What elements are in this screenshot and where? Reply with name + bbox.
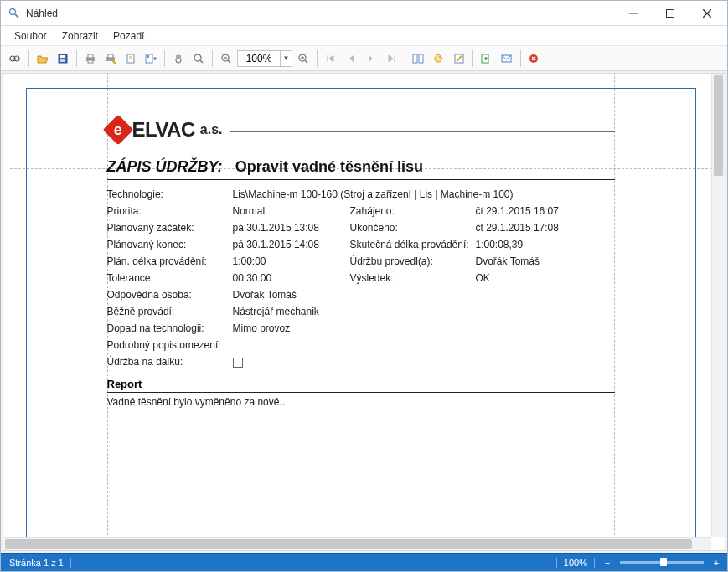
page-layout-icon[interactable] <box>142 49 160 68</box>
bezne-label: Běžně provádí: <box>107 306 233 317</box>
technologie-value: Lis\Machine-m 100-160 (Stroj a zařízení … <box>233 188 610 200</box>
svg-rect-3 <box>667 9 674 17</box>
zoom-slider-handle[interactable] <box>660 558 667 566</box>
svg-point-32 <box>439 56 441 58</box>
email-icon[interactable] <box>498 49 516 68</box>
logo-diamond-icon: e <box>102 115 133 146</box>
toolbar: ▼ <box>1 46 727 71</box>
open-icon[interactable] <box>34 49 52 68</box>
quick-print-icon[interactable] <box>101 49 120 68</box>
dalku-value <box>233 356 350 368</box>
bezne-value: Nástrojář mechanik <box>233 306 350 317</box>
maximize-button[interactable] <box>652 2 689 25</box>
report-body: Vadné těsnění bylo vyměněno za nové.. <box>107 396 615 408</box>
close-preview-icon[interactable] <box>525 49 544 68</box>
menubar: Soubor Zobrazit Pozadí <box>1 26 727 46</box>
popis-label: Podrobný popis omezení: <box>107 339 233 351</box>
minimize-button[interactable] <box>615 2 652 25</box>
svg-rect-15 <box>108 54 113 58</box>
close-button[interactable] <box>689 2 725 25</box>
odpovedna-label: Odpovědná osoba: <box>107 289 233 301</box>
magnifier-icon[interactable] <box>189 49 208 68</box>
vysledek-label: Výsledek: <box>350 272 476 284</box>
odpovedna-value: Dvořák Tomáš <box>233 289 350 301</box>
horizontal-scrollbar[interactable] <box>3 537 711 550</box>
logo-row: e ELVAC a.s. <box>107 118 615 142</box>
dalku-label: Údržba na dálku: <box>107 356 233 368</box>
ukonceno-label: Ukončeno: <box>350 222 476 234</box>
hscroll-thumb[interactable] <box>5 539 692 549</box>
watermark-icon[interactable] <box>450 49 468 68</box>
zoom-slider[interactable] <box>620 561 704 564</box>
vertical-scrollbar[interactable] <box>711 74 725 537</box>
svg-rect-13 <box>88 60 93 63</box>
next-page-icon[interactable] <box>362 49 380 68</box>
plan-zacatek-value: pá 30.1.2015 13:08 <box>233 222 350 234</box>
window-title: Náhled <box>26 8 615 19</box>
status-zoom: 100% <box>556 558 595 568</box>
svg-line-25 <box>228 60 230 63</box>
skut-delka-label: Skutečná délka provádění: <box>350 239 476 250</box>
export-icon[interactable] <box>478 49 496 68</box>
prev-page-icon[interactable] <box>342 49 360 68</box>
plan-konec-label: Plánovaný konec: <box>107 239 233 250</box>
zoom-dropdown-arrow[interactable]: ▼ <box>280 51 292 66</box>
zoom-out-icon[interactable] <box>217 49 235 68</box>
statusbar: Stránka 1 z 1 100% − + <box>1 553 727 571</box>
zoom-combobox[interactable]: ▼ <box>237 50 292 67</box>
save-icon[interactable] <box>54 49 72 68</box>
title-prefix: ZÁPIS ÚDRŽBY: <box>107 158 223 175</box>
info-grid: Technologie: Lis\Machine-m 100-160 (Stro… <box>107 188 615 368</box>
last-page-icon[interactable] <box>382 49 400 68</box>
first-page-icon[interactable] <box>322 49 340 68</box>
svg-line-22 <box>200 60 203 63</box>
zahajeno-label: Zahájeno: <box>350 205 476 217</box>
provedl-value: Dvořák Tomáš <box>476 255 610 267</box>
logo-divider <box>230 131 614 132</box>
titlebar: Náhled <box>1 1 727 26</box>
menu-background[interactable]: Pozadí <box>106 28 151 44</box>
report-section: Report Vadné těsnění bylo vyměněno za no… <box>107 378 615 408</box>
vysledek-value: OK <box>476 272 610 284</box>
document-title: ZÁPIS ÚDRŽBY: Opravit vadné těsnění lisu <box>107 158 615 180</box>
svg-rect-30 <box>413 54 417 63</box>
svg-point-0 <box>10 8 16 14</box>
technologie-label: Technologie: <box>107 188 233 200</box>
plan-zacatek-label: Plánovaný začátek: <box>107 222 233 234</box>
title-action: Opravit vadné těsnění lisu <box>235 158 423 175</box>
report-heading: Report <box>107 378 615 393</box>
print-icon[interactable] <box>81 49 100 68</box>
hand-tool-icon[interactable] <box>169 49 188 68</box>
svg-rect-9 <box>60 55 65 58</box>
multipage-icon[interactable] <box>410 49 428 68</box>
preview-viewport[interactable]: e ELVAC a.s. ZÁPIS ÚDRŽBY: Opravit vadné… <box>3 74 725 550</box>
svg-rect-10 <box>60 59 65 62</box>
dopad-label: Dopad na technologii: <box>107 322 233 334</box>
popis-value <box>233 339 610 351</box>
zoom-in-button[interactable]: + <box>710 558 722 568</box>
menu-file[interactable]: Soubor <box>8 28 54 44</box>
report-page: e ELVAC a.s. ZÁPIS ÚDRŽBY: Opravit vadné… <box>26 88 696 540</box>
skut-delka-value: 1:00:08,39 <box>476 239 610 250</box>
color-icon[interactable] <box>430 49 448 68</box>
zoom-out-button[interactable]: − <box>602 558 613 568</box>
zoom-input[interactable] <box>238 51 280 66</box>
find-icon[interactable] <box>6 49 24 68</box>
menu-view[interactable]: Zobrazit <box>55 28 105 44</box>
zoom-in-icon[interactable] <box>294 49 312 68</box>
plan-delka-label: Plán. délka provádění: <box>107 255 233 267</box>
priorita-label: Priorita: <box>107 205 233 217</box>
svg-rect-12 <box>88 54 93 58</box>
logo-suffix: a.s. <box>200 122 223 137</box>
svg-rect-20 <box>147 55 149 58</box>
logo-brand: ELVAC <box>132 118 195 142</box>
svg-point-21 <box>194 54 201 61</box>
remote-checkbox <box>233 358 243 368</box>
zahajeno-value: čt 29.1.2015 16:07 <box>476 205 610 217</box>
page-setup-icon[interactable] <box>121 49 140 68</box>
vscroll-thumb[interactable] <box>714 75 723 176</box>
tolerance-value: 00:30:00 <box>233 272 350 284</box>
plan-konec-value: pá 30.1.2015 14:08 <box>233 239 350 250</box>
content-area: e ELVAC a.s. ZÁPIS ÚDRŽBY: Opravit vadné… <box>3 73 725 551</box>
tolerance-label: Tolerance: <box>107 272 233 284</box>
